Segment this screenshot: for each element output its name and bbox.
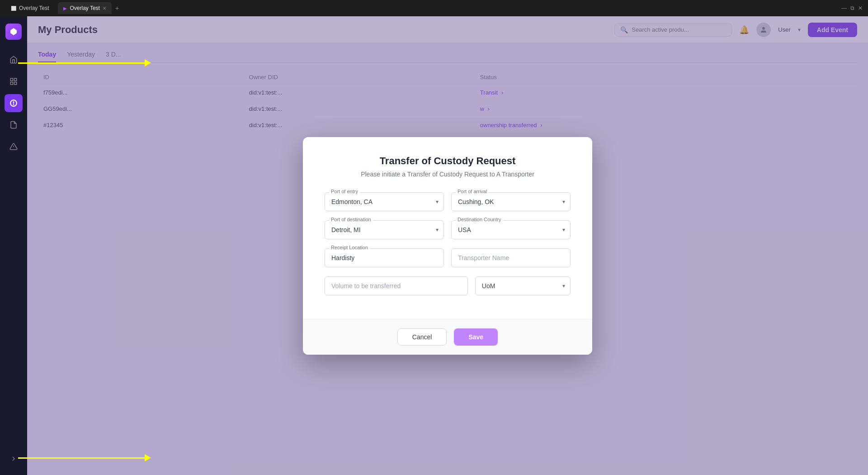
port-of-destination-select[interactable]: Detroit, MIChicago, ILDallas, TX [325, 220, 444, 239]
annotation-arrow-bottom [18, 454, 151, 461]
port-of-entry-field: Port of entry Edmonton, CAVancouver, BCT… [325, 192, 444, 211]
browser-controls: — ⧉ ✕ [841, 5, 863, 11]
svg-rect-2 [10, 82, 13, 85]
tab2-close-icon[interactable]: ✕ [103, 6, 106, 11]
save-button[interactable]: Save [454, 328, 498, 346]
new-tab-button[interactable]: + [115, 5, 119, 12]
receipt-location-label: Receipt Location [329, 245, 370, 250]
volume-input[interactable] [325, 276, 468, 295]
port-of-entry-select[interactable]: Edmonton, CAVancouver, BCToronto, ON [325, 192, 444, 211]
destination-country-label: Destination Country [456, 217, 503, 222]
restore-icon[interactable]: ⧉ [850, 5, 854, 11]
main-content: My Products 🔍 🔔 User ▾ Add Event [27, 16, 868, 475]
port-of-arrival-label: Port of arrival [456, 189, 489, 194]
port-of-destination-field: Port of destination Detroit, MIChicago, … [325, 220, 444, 239]
sidebar [0, 16, 27, 475]
modal-subtitle: Please initiate a Transfer of Custody Re… [325, 171, 571, 178]
minimize-icon[interactable]: — [841, 5, 847, 11]
sidebar-logo [5, 24, 22, 40]
browser-tab-2[interactable]: ▶ Overlay Test ✕ [58, 2, 111, 14]
sidebar-item-alert[interactable] [5, 138, 23, 156]
browser-tab-1[interactable]: ⬜ Overlay Test [5, 2, 54, 14]
volume-field [325, 276, 468, 295]
svg-rect-0 [10, 78, 13, 81]
close-icon[interactable]: ✕ [858, 5, 863, 11]
port-of-arrival-select[interactable]: Cushing, OKHouston, TXNew York, NY [451, 192, 571, 211]
modal-body: Transfer of Custody Request Please initi… [303, 137, 592, 319]
form-row-4: UoMBBLMTGAL ▾ [325, 276, 571, 295]
tab2-icon: ▶ [63, 6, 67, 11]
uom-select[interactable]: UoMBBLMTGAL [475, 276, 571, 295]
app-wrapper: My Products 🔍 🔔 User ▾ Add Event [0, 16, 868, 475]
sidebar-item-grid[interactable] [5, 72, 23, 90]
modal-footer: Cancel Save [303, 319, 592, 355]
sidebar-item-file[interactable] [5, 116, 23, 134]
cancel-button[interactable]: Cancel [397, 328, 447, 346]
annotation-arrow-top [18, 59, 151, 66]
modal-dialog: Transfer of Custody Request Please initi… [303, 137, 592, 355]
transporter-name-input[interactable] [451, 248, 571, 267]
sidebar-item-drop[interactable] [5, 94, 23, 112]
uom-field: UoMBBLMTGAL ▾ [475, 276, 571, 295]
receipt-location-input[interactable] [325, 248, 444, 267]
svg-rect-3 [14, 82, 17, 85]
port-of-destination-label: Port of destination [329, 217, 373, 222]
destination-country-field: Destination Country USACanadaMexico ▾ [451, 220, 571, 239]
transporter-name-field [451, 248, 571, 267]
tab1-favicon: ⬜ [11, 6, 16, 11]
modal-title: Transfer of Custody Request [325, 155, 571, 167]
tab1-label: Overlay Test [19, 5, 49, 11]
port-of-arrival-field: Port of arrival Cushing, OKHouston, TXNe… [451, 192, 571, 211]
receipt-location-field: Receipt Location [325, 248, 444, 267]
port-of-entry-label: Port of entry [329, 189, 360, 194]
browser-chrome: ⬜ Overlay Test ▶ Overlay Test ✕ + — ⧉ ✕ [0, 0, 868, 16]
form-row-2: Port of destination Detroit, MIChicago, … [325, 220, 571, 239]
form-row-3: Receipt Location [325, 248, 571, 267]
svg-rect-1 [14, 78, 17, 81]
form-row-1: Port of entry Edmonton, CAVancouver, BCT… [325, 192, 571, 211]
tab2-label: Overlay Test [70, 5, 99, 11]
destination-country-select[interactable]: USACanadaMexico [451, 220, 571, 239]
overlay-backdrop: Transfer of Custody Request Please initi… [27, 16, 868, 475]
